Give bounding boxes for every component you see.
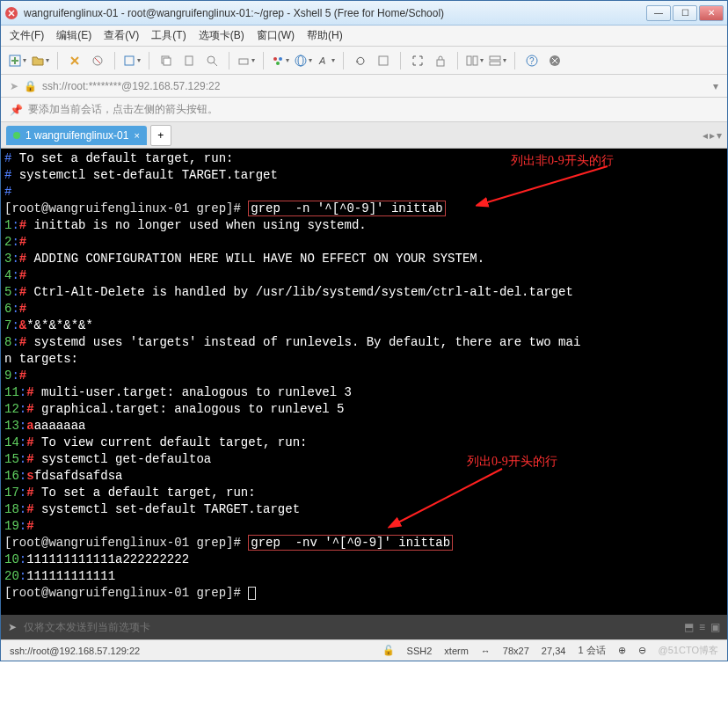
lineno: 17 bbox=[4, 486, 19, 500]
help-button[interactable]: ? bbox=[522, 51, 542, 70]
match: # bbox=[19, 235, 26, 249]
tab-close-icon[interactable]: × bbox=[134, 130, 139, 141]
colon: : bbox=[11, 302, 18, 316]
svg-point-12 bbox=[295, 55, 306, 66]
match: # bbox=[19, 285, 26, 299]
match: # bbox=[19, 302, 26, 316]
match: # bbox=[26, 435, 33, 449]
address-text[interactable]: ssh://root:********@192.168.57.129:22 bbox=[42, 80, 708, 92]
addr-arrow-icon[interactable]: ➤ bbox=[10, 80, 18, 92]
colon: : bbox=[11, 252, 18, 266]
separator bbox=[514, 52, 515, 69]
globe-button[interactable] bbox=[294, 51, 313, 70]
menu-tab[interactable]: 选项卡(B) bbox=[199, 28, 244, 43]
tab-prev-icon[interactable]: ◂ bbox=[703, 129, 708, 142]
cmd: grep -n '^[^0-9]' inittab bbox=[251, 201, 442, 215]
colon: : bbox=[11, 285, 18, 299]
separator bbox=[343, 52, 344, 69]
close-tool-button[interactable] bbox=[545, 51, 564, 70]
compose-input[interactable] bbox=[24, 621, 677, 633]
match: # bbox=[26, 519, 33, 533]
lineno: 19 bbox=[4, 519, 19, 533]
disconnect-button[interactable] bbox=[88, 51, 107, 70]
print-button[interactable] bbox=[237, 51, 256, 70]
menubar: 文件(F) 编辑(E) 查看(V) 工具(T) 选项卡(B) 窗口(W) 帮助(… bbox=[1, 26, 727, 47]
send-arrow-icon[interactable]: ➤ bbox=[8, 621, 17, 633]
status-pos: 27,34 bbox=[542, 646, 566, 656]
svg-point-9 bbox=[273, 57, 277, 61]
status-minus-icon[interactable]: ⊖ bbox=[638, 645, 646, 656]
cursor bbox=[248, 587, 256, 600]
toggle-a[interactable]: ⬒ bbox=[684, 621, 694, 633]
addr-dropdown-icon[interactable]: ▾ bbox=[713, 80, 718, 92]
colon: : bbox=[11, 218, 18, 232]
paste-button[interactable] bbox=[179, 51, 199, 70]
out: # bbox=[4, 185, 11, 199]
window-title: wangruifenglinux-01 - root@wangruifengli… bbox=[24, 7, 646, 19]
copy-button[interactable] bbox=[157, 51, 176, 70]
menu-window[interactable]: 窗口(W) bbox=[257, 28, 295, 43]
match: # bbox=[26, 502, 33, 516]
status-size: 78x27 bbox=[503, 646, 529, 656]
tab-list-icon[interactable]: ▾ bbox=[717, 129, 722, 142]
reconnect-button[interactable] bbox=[65, 51, 84, 70]
script-button[interactable] bbox=[374, 51, 393, 70]
out: # bbox=[4, 151, 19, 165]
match: # bbox=[19, 369, 26, 383]
add-tab-button[interactable]: + bbox=[150, 125, 171, 146]
lock-button[interactable] bbox=[431, 51, 450, 70]
menu-tools[interactable]: 工具(T) bbox=[151, 28, 186, 43]
svg-rect-16 bbox=[437, 60, 444, 66]
close-button[interactable]: ✕ bbox=[699, 5, 724, 21]
highlight-box: grep -n '^[^0-9]' inittab bbox=[248, 201, 445, 216]
maximize-button[interactable]: ☐ bbox=[673, 5, 697, 21]
pin-icon[interactable]: 📌 bbox=[10, 104, 23, 116]
colon: : bbox=[19, 469, 26, 483]
toggle-c[interactable]: ▣ bbox=[710, 621, 720, 633]
tab-label: 1 wangruifenglinux-01 bbox=[25, 129, 128, 142]
menu-edit[interactable]: 编辑(E) bbox=[56, 28, 91, 43]
font-button[interactable]: A bbox=[317, 51, 336, 70]
tab-nav: ◂ ▸ ▾ bbox=[703, 129, 722, 142]
new-session-button[interactable] bbox=[8, 51, 27, 70]
svg-rect-15 bbox=[379, 56, 388, 65]
svg-rect-8 bbox=[239, 59, 248, 64]
separator bbox=[114, 52, 115, 69]
out: Ctrl-Alt-Delete is handled by /usr/lib/s… bbox=[26, 285, 573, 299]
colon: : bbox=[19, 502, 26, 516]
fullscreen-button[interactable] bbox=[408, 51, 427, 70]
menu-help[interactable]: 帮助(H) bbox=[307, 28, 343, 43]
minimize-button[interactable]: — bbox=[646, 5, 671, 21]
watermark: @51CTO博客 bbox=[659, 644, 718, 657]
tab-next-icon[interactable]: ▸ bbox=[710, 129, 715, 142]
out: systemd uses 'targets' instead of runlev… bbox=[26, 335, 580, 349]
properties-button[interactable] bbox=[122, 51, 142, 70]
match: # bbox=[19, 335, 26, 349]
app-window: wangruifenglinux-01 - root@wangruifengli… bbox=[0, 0, 728, 661]
colon: : bbox=[11, 369, 18, 383]
status-plus-icon[interactable]: ⊕ bbox=[618, 645, 626, 656]
refresh-button[interactable] bbox=[351, 51, 370, 70]
menu-file[interactable]: 文件(F) bbox=[10, 28, 44, 43]
svg-point-11 bbox=[276, 62, 280, 65]
address-bar: ➤ 🔒 ssh://root:********@192.168.57.129:2… bbox=[1, 75, 727, 98]
terminal[interactable]: # To set a default target, run: # system… bbox=[1, 149, 727, 615]
menu-view[interactable]: 查看(V) bbox=[104, 28, 139, 43]
tile-button[interactable] bbox=[488, 51, 507, 70]
compose-bar: ➤ ⬒ ≡ ▣ bbox=[1, 615, 727, 639]
match: s bbox=[26, 469, 33, 483]
color-button[interactable] bbox=[271, 51, 290, 70]
out: multi-user.target: analogous to runlevel… bbox=[34, 385, 352, 399]
colon: : bbox=[19, 486, 26, 500]
match: # bbox=[19, 268, 26, 282]
session-tab[interactable]: 1 wangruifenglinux-01 × bbox=[6, 126, 147, 145]
find-button[interactable] bbox=[202, 51, 222, 70]
toggle-b[interactable]: ≡ bbox=[699, 621, 705, 633]
colon: : bbox=[19, 435, 26, 449]
open-button[interactable] bbox=[31, 51, 50, 70]
toolbar: A ? bbox=[1, 47, 727, 75]
colon: : bbox=[19, 569, 26, 583]
lineno: 11 bbox=[4, 385, 19, 399]
layout-button[interactable] bbox=[465, 51, 484, 70]
lineno: 13 bbox=[4, 419, 19, 433]
